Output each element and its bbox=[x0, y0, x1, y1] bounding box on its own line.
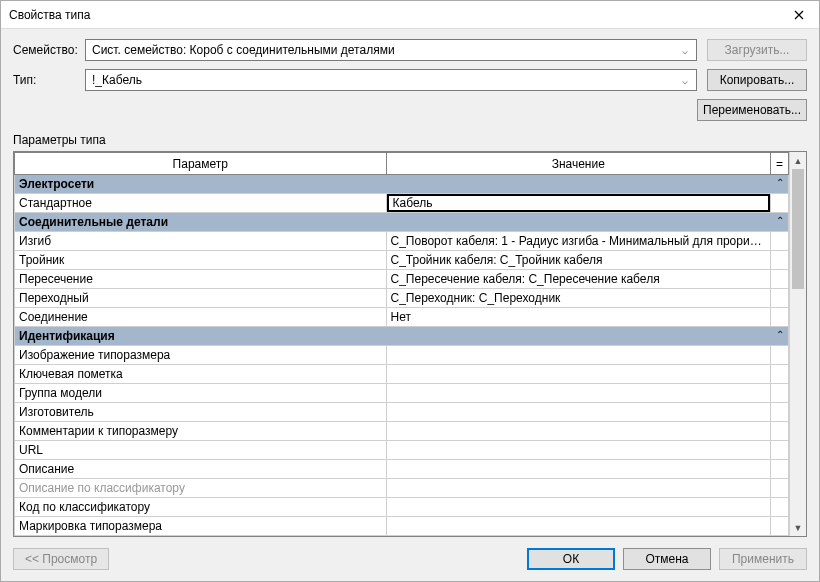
eq-cell bbox=[771, 251, 789, 270]
eq-cell bbox=[771, 517, 789, 536]
scroll-thumb[interactable] bbox=[792, 169, 804, 289]
col-eq[interactable]: = bbox=[771, 153, 789, 175]
param-name-cell: Переходный bbox=[15, 289, 387, 308]
window-title: Свойства типа bbox=[9, 8, 90, 22]
eq-cell bbox=[771, 498, 789, 517]
scroll-up-icon[interactable]: ▲ bbox=[790, 152, 807, 169]
param-value-cell[interactable] bbox=[386, 422, 770, 441]
param-row[interactable]: СтандартноеКабель bbox=[15, 194, 789, 213]
param-name-cell: Комментарии к типоразмеру bbox=[15, 422, 387, 441]
chevron-down-icon: ⌵ bbox=[678, 75, 692, 86]
apply-button: Применить bbox=[719, 548, 807, 570]
rename-button[interactable]: Переименовать... bbox=[697, 99, 807, 121]
chevron-down-icon: ⌵ bbox=[678, 45, 692, 56]
value-edit-field[interactable]: Кабель bbox=[387, 194, 770, 212]
param-name-cell: Изготовитель bbox=[15, 403, 387, 422]
eq-cell bbox=[771, 232, 789, 251]
type-combo[interactable]: !_Кабель ⌵ bbox=[85, 69, 697, 91]
eq-cell bbox=[771, 460, 789, 479]
param-name-cell: Пересечение bbox=[15, 270, 387, 289]
param-value-cell[interactable] bbox=[386, 403, 770, 422]
param-value-cell[interactable] bbox=[386, 517, 770, 536]
collapse-icon[interactable]: ⌃ bbox=[776, 177, 784, 188]
param-name-cell: Маркировка типоразмера bbox=[15, 517, 387, 536]
param-row[interactable]: ТройникС_Тройник кабеля: С_Тройник кабел… bbox=[15, 251, 789, 270]
param-value-cell[interactable] bbox=[386, 479, 770, 498]
param-value-cell[interactable]: С_Пересечение кабеля: С_Пересечение кабе… bbox=[386, 270, 770, 289]
param-name-cell: Стандартное bbox=[15, 194, 387, 213]
params-table-wrap: Параметр Значение = Электросети⌃Стандарт… bbox=[13, 151, 807, 537]
param-row[interactable]: Изготовитель bbox=[15, 403, 789, 422]
family-value: Сист. семейство: Короб с соединительными… bbox=[92, 43, 395, 57]
param-value-cell[interactable] bbox=[386, 346, 770, 365]
type-value: !_Кабель bbox=[92, 73, 142, 87]
eq-cell bbox=[771, 270, 789, 289]
param-row[interactable]: Описание по классификатору bbox=[15, 479, 789, 498]
vertical-scrollbar[interactable]: ▲ ▼ bbox=[789, 152, 806, 536]
scroll-down-icon[interactable]: ▼ bbox=[790, 519, 807, 536]
content-area: Семейство: Сист. семейство: Короб с соед… bbox=[1, 29, 819, 537]
param-row[interactable]: ИзгибС_Поворот кабеля: 1 - Радиус изгиба… bbox=[15, 232, 789, 251]
param-value-cell[interactable] bbox=[386, 365, 770, 384]
eq-cell bbox=[771, 479, 789, 498]
param-value-cell[interactable] bbox=[386, 498, 770, 517]
close-icon bbox=[794, 10, 804, 20]
param-value-cell[interactable]: С_Тройник кабеля: С_Тройник кабеля bbox=[386, 251, 770, 270]
eq-cell bbox=[771, 194, 789, 213]
param-row[interactable]: Описание bbox=[15, 460, 789, 479]
eq-cell bbox=[771, 441, 789, 460]
param-row[interactable]: Комментарии к типоразмеру bbox=[15, 422, 789, 441]
param-value-cell[interactable]: С_Поворот кабеля: 1 - Радиус изгиба - Ми… bbox=[386, 232, 770, 251]
collapse-icon[interactable]: ⌃ bbox=[776, 329, 784, 340]
param-name-cell: Код по классификатору bbox=[15, 498, 387, 517]
family-label: Семейство: bbox=[13, 43, 85, 57]
param-value-cell[interactable] bbox=[386, 441, 770, 460]
param-row[interactable]: ПересечениеС_Пересечение кабеля: С_Перес… bbox=[15, 270, 789, 289]
params-table: Параметр Значение = Электросети⌃Стандарт… bbox=[14, 152, 789, 536]
param-row[interactable]: Маркировка типоразмера bbox=[15, 517, 789, 536]
col-param[interactable]: Параметр bbox=[15, 153, 387, 175]
param-name-cell: Описание по классификатору bbox=[15, 479, 387, 498]
close-button[interactable] bbox=[779, 1, 819, 29]
family-combo[interactable]: Сист. семейство: Короб с соединительными… bbox=[85, 39, 697, 61]
cancel-button[interactable]: Отмена bbox=[623, 548, 711, 570]
param-name-cell: Описание bbox=[15, 460, 387, 479]
param-row[interactable]: ПереходныйС_Переходник: С_Переходник bbox=[15, 289, 789, 308]
group-header[interactable]: Идентификация⌃ bbox=[15, 327, 789, 346]
group-header[interactable]: Соединительные детали⌃ bbox=[15, 213, 789, 232]
scroll-track[interactable] bbox=[790, 169, 806, 519]
param-value-cell[interactable] bbox=[386, 384, 770, 403]
eq-cell bbox=[771, 384, 789, 403]
param-name-cell: URL bbox=[15, 441, 387, 460]
param-row[interactable]: Группа модели bbox=[15, 384, 789, 403]
param-name-cell: Изгиб bbox=[15, 232, 387, 251]
preview-button: << Просмотр bbox=[13, 548, 109, 570]
type-label: Тип: bbox=[13, 73, 85, 87]
param-name-cell: Тройник bbox=[15, 251, 387, 270]
type-properties-dialog: Свойства типа Семейство: Сист. семейство… bbox=[0, 0, 820, 582]
group-header[interactable]: Электросети⌃ bbox=[15, 175, 789, 194]
dialog-footer: << Просмотр ОК Отмена Применить bbox=[1, 537, 819, 581]
param-row[interactable]: Изображение типоразмера bbox=[15, 346, 789, 365]
param-value-cell[interactable]: С_Переходник: С_Переходник bbox=[386, 289, 770, 308]
param-value-cell[interactable] bbox=[386, 460, 770, 479]
param-row[interactable]: Код по классификатору bbox=[15, 498, 789, 517]
ok-button[interactable]: ОК bbox=[527, 548, 615, 570]
eq-cell bbox=[771, 346, 789, 365]
eq-cell bbox=[771, 365, 789, 384]
param-name-cell: Соединение bbox=[15, 308, 387, 327]
param-row[interactable]: СоединениеНет bbox=[15, 308, 789, 327]
param-name-cell: Изображение типоразмера bbox=[15, 346, 387, 365]
collapse-icon[interactable]: ⌃ bbox=[776, 215, 784, 226]
params-section-label: Параметры типа bbox=[13, 133, 807, 147]
param-row[interactable]: Ключевая пометка bbox=[15, 365, 789, 384]
titlebar: Свойства типа bbox=[1, 1, 819, 29]
eq-cell bbox=[771, 422, 789, 441]
param-value-cell[interactable]: Нет bbox=[386, 308, 770, 327]
param-row[interactable]: URL bbox=[15, 441, 789, 460]
copy-button[interactable]: Копировать... bbox=[707, 69, 807, 91]
col-value[interactable]: Значение bbox=[386, 153, 770, 175]
eq-cell bbox=[771, 403, 789, 422]
param-value-cell[interactable]: Кабель bbox=[386, 194, 770, 213]
param-name-cell: Группа модели bbox=[15, 384, 387, 403]
